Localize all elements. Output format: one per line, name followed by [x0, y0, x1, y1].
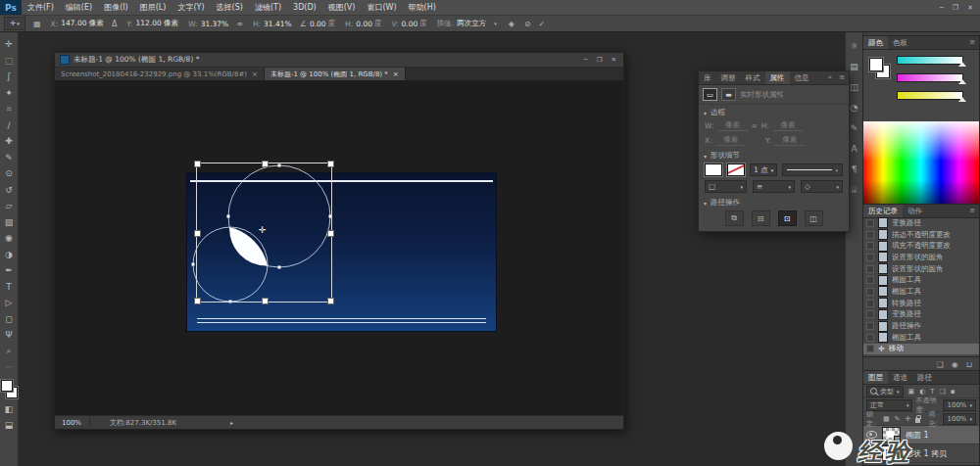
menu-file[interactable]: 文件(F)	[22, 0, 60, 15]
quick-selection-tool[interactable]: ✦	[0, 85, 18, 102]
lock-position-icon[interactable]: ✛	[905, 415, 910, 423]
lock-image-icon[interactable]: ✎	[895, 415, 901, 423]
quick-mask-icon[interactable]: ◧	[0, 401, 18, 418]
menu-type[interactable]: 文字(Y)	[172, 0, 210, 15]
tab-styles[interactable]: 样式	[741, 71, 765, 84]
stroke-corners-dropdown[interactable]: ◇ ▾	[801, 180, 843, 193]
type-tool[interactable]: T	[0, 279, 18, 296]
new-snapshot-icon[interactable]: ◉	[952, 360, 958, 369]
path-selection-tool[interactable]: ▷	[0, 295, 18, 311]
link-wh-icon[interactable]: ∞	[752, 121, 758, 130]
prop-w-field[interactable]: 像素	[718, 120, 748, 131]
link-dimensions-icon[interactable]: ∞	[236, 20, 243, 28]
stroke-caps-dropdown[interactable]: ≡ ▾	[753, 180, 795, 193]
layer-row-ellipse1[interactable]: 椭圆 1	[863, 426, 979, 444]
filter-pixel-layers-icon[interactable]: ▣	[908, 388, 915, 396]
filter-shape-layers-icon[interactable]: ❏	[940, 388, 946, 396]
panel-menu-icon[interactable]: ≡	[969, 205, 979, 217]
move-tool[interactable]: ✛	[0, 36, 18, 53]
timeline-panel-icon[interactable]: ⌸	[852, 185, 857, 196]
tab-swatches[interactable]: 色板	[888, 36, 912, 49]
clone-stamp-tool[interactable]: ⊙	[0, 165, 18, 182]
intersect-shape-areas-button[interactable]: ⊡	[778, 210, 797, 226]
commit-transform-icon[interactable]: ✓	[539, 20, 546, 28]
layer-thumbnail[interactable]	[882, 445, 901, 461]
transform-handle-top-left[interactable]	[194, 161, 201, 167]
close-icon[interactable]: ×	[252, 70, 258, 78]
character-panel-icon[interactable]: A	[851, 144, 857, 154]
transform-handle-bottom-left[interactable]	[194, 298, 201, 304]
foreground-color-swatch[interactable]	[1, 380, 13, 392]
layer-visibility-icon[interactable]	[866, 449, 877, 457]
stroke-align-dropdown[interactable]: □ ▾	[705, 180, 747, 193]
blue-slider-handle[interactable]	[958, 97, 966, 102]
blur-tool[interactable]: ◉	[0, 230, 18, 247]
screen-mode-icon[interactable]: ⬓	[0, 417, 18, 434]
x-value[interactable]: 147.00 像素	[61, 19, 104, 28]
history-source-checkbox[interactable]	[866, 300, 874, 307]
history-item[interactable]: 设置形状的圆角	[863, 263, 979, 275]
eyedropper-tool[interactable]: ∕	[0, 117, 18, 134]
prop-x-field[interactable]: 像素	[716, 135, 746, 146]
hand-tool[interactable]: Ψ	[0, 327, 18, 344]
rectangular-marquee-tool[interactable]: ⬚	[0, 53, 18, 70]
history-source-checkbox[interactable]	[866, 345, 874, 352]
panel-collapse-icon[interactable]: »	[828, 71, 836, 84]
transform-handle-mid-right[interactable]	[327, 230, 334, 237]
blue-slider-track[interactable]	[897, 91, 963, 100]
tab-channels[interactable]: 通道	[888, 371, 912, 384]
status-options-arrow[interactable]: ▸	[230, 419, 233, 426]
section-collapse-icon[interactable]: ▾	[704, 110, 707, 116]
close-icon[interactable]: ×	[393, 70, 399, 78]
app-close-button[interactable]: ✕	[967, 4, 973, 12]
blue-slider[interactable]	[897, 87, 973, 104]
tab-paths[interactable]: 路径	[912, 371, 937, 384]
hskew-value[interactable]: 0.00	[356, 20, 372, 28]
menu-select[interactable]: 选择(S)	[211, 0, 249, 15]
menu-edit[interactable]: 编辑(E)	[60, 0, 98, 15]
color-swatches[interactable]	[0, 378, 18, 401]
interpolation-value[interactable]: 两次立方	[457, 19, 486, 28]
zoom-level-field[interactable]: 100%	[55, 419, 81, 427]
menu-filter[interactable]: 滤镜(T)	[249, 0, 287, 15]
history-item-selected[interactable]: ✛移动	[863, 344, 979, 355]
menu-3d[interactable]: 3D(D)	[287, 0, 322, 15]
tab-history[interactable]: 历史记录	[863, 205, 903, 217]
history-item[interactable]: 椭圆工具	[863, 332, 979, 344]
panel-menu-icon[interactable]: ≡	[839, 71, 849, 84]
menu-layer[interactable]: 图层(L)	[134, 0, 172, 15]
dodge-tool[interactable]: ◑	[0, 247, 18, 263]
foreground-color-swatch[interactable]	[869, 58, 883, 71]
green-slider-handle[interactable]	[958, 79, 966, 84]
warp-mode-icon[interactable]: ◈	[509, 20, 514, 28]
layer-filter-dropdown[interactable]: 类型 ▾	[866, 386, 904, 397]
doc-minimize-button[interactable]: ─	[584, 56, 588, 64]
paragraph-panel-icon[interactable]: ¶	[852, 164, 858, 174]
histogram-icon[interactable]: ▤	[850, 62, 858, 71]
tab-libraries[interactable]: 库	[699, 71, 716, 84]
history-source-checkbox[interactable]	[866, 322, 874, 330]
stroke-style-dropdown[interactable]: ▾	[782, 163, 843, 176]
pen-tool[interactable]: ✒	[0, 262, 18, 279]
tab-properties[interactable]: 属性	[765, 71, 790, 84]
history-item[interactable]: 设置形状的圆角	[863, 252, 979, 263]
layer-row-shape1-copy[interactable]: 形状 1 拷贝	[863, 444, 979, 463]
history-item[interactable]: 变换路径	[863, 309, 979, 321]
lock-all-icon[interactable]	[915, 418, 919, 423]
angle-value[interactable]: 0.00	[310, 20, 326, 28]
tab-actions[interactable]: 动作	[903, 205, 927, 217]
history-item[interactable]: 椭圆工具	[863, 274, 979, 286]
tab-layers[interactable]: 图层	[863, 371, 888, 384]
layer-visibility-icon[interactable]	[866, 431, 877, 439]
stroke-color-swatch[interactable]	[727, 163, 745, 176]
panel-menu-icon[interactable]: ≡	[969, 36, 979, 49]
green-slider-track[interactable]	[897, 73, 963, 82]
zoom-tool[interactable]: ⌕	[0, 344, 18, 360]
shape-properties-mode-icon[interactable]: ▭	[703, 88, 717, 101]
menu-help[interactable]: 帮助(H)	[403, 0, 442, 15]
layer-name[interactable]: 椭圆 1	[906, 430, 929, 441]
clone-source-icon[interactable]: ◫	[850, 82, 858, 92]
layer-thumbnail[interactable]	[882, 427, 901, 443]
history-item[interactable]: 转换路径	[863, 298, 979, 309]
color-spectrum-ramp[interactable]	[863, 121, 979, 205]
